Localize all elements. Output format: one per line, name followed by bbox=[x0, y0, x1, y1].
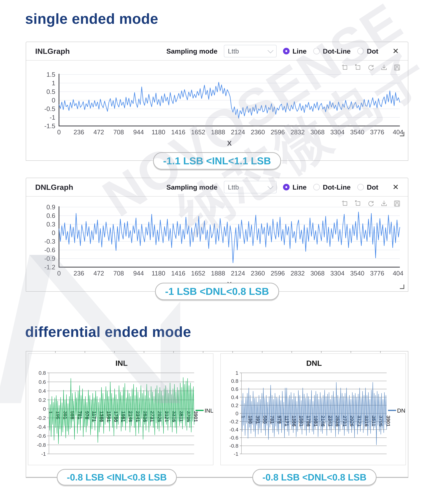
svg-text:1888: 1888 bbox=[211, 270, 225, 277]
svg-text:472: 472 bbox=[93, 128, 104, 136]
chart-toolbar bbox=[341, 64, 401, 71]
svg-text:2124: 2124 bbox=[231, 128, 245, 136]
inl-line-chart: 1.510.50-0.5-1-1.50236472708944118014161… bbox=[28, 71, 403, 151]
box-zoom-icon[interactable] bbox=[341, 200, 349, 207]
svg-text:-0.4: -0.4 bbox=[37, 424, 46, 430]
refresh-icon[interactable] bbox=[367, 64, 375, 71]
radio-unselected-icon bbox=[357, 184, 364, 190]
download-icon[interactable] bbox=[380, 64, 388, 71]
svg-text:0.9: 0.9 bbox=[46, 204, 55, 211]
svg-text:-0.5: -0.5 bbox=[44, 105, 55, 112]
svg-text:1888: 1888 bbox=[211, 128, 225, 136]
svg-text:2360: 2360 bbox=[251, 270, 265, 277]
svg-text:3068: 3068 bbox=[311, 270, 325, 277]
svg-text:3540: 3540 bbox=[350, 128, 364, 136]
inl-excel-chart: INL0.80.60.40.20-0.2-0.4-0.6-0.8-1119639… bbox=[28, 354, 213, 465]
svg-text:3304: 3304 bbox=[330, 270, 345, 277]
close-icon[interactable]: ✕ bbox=[393, 47, 399, 55]
radio-selected-icon bbox=[283, 184, 290, 190]
svg-text:1: 1 bbox=[235, 370, 238, 376]
svg-text:0: 0 bbox=[52, 97, 55, 104]
svg-text:236: 236 bbox=[73, 270, 84, 277]
radio-dot[interactable]: Dot bbox=[357, 47, 378, 55]
inl-spec-badge: -1.1 LSB <INL<1.1 LSB bbox=[153, 152, 281, 170]
refresh-icon[interactable] bbox=[367, 200, 375, 207]
svg-text:-0.9: -0.9 bbox=[44, 255, 55, 262]
svg-text:3776: 3776 bbox=[370, 270, 384, 277]
save-icon[interactable] bbox=[393, 64, 401, 71]
svg-text:-0.4: -0.4 bbox=[229, 427, 238, 432]
inl-excel-chart-box: INL0.80.60.40.20-0.2-0.4-0.6-0.8-1119639… bbox=[28, 353, 213, 465]
svg-text:944: 944 bbox=[133, 270, 144, 277]
resize-handle[interactable] bbox=[400, 285, 404, 289]
svg-text:0: 0 bbox=[52, 229, 55, 236]
svg-text:3540: 3540 bbox=[350, 270, 364, 277]
sampling-mode-label: Sampling mode bbox=[166, 183, 218, 191]
radio-dot-line[interactable]: Dot-Line bbox=[313, 183, 351, 191]
differential-ended-heading: differential ended mode bbox=[25, 324, 191, 340]
svg-text:-0.2: -0.2 bbox=[229, 419, 238, 424]
plot-style-radio-group: Line Dot-Line Dot bbox=[283, 47, 378, 55]
svg-text:1180: 1180 bbox=[152, 270, 165, 277]
panel-title: INLGraph bbox=[35, 47, 70, 55]
radio-dot[interactable]: Dot bbox=[357, 183, 378, 191]
svg-text:0.2: 0.2 bbox=[39, 397, 46, 403]
radio-unselected-icon bbox=[313, 184, 320, 190]
svg-text:-0.8: -0.8 bbox=[229, 443, 238, 449]
svg-text:708: 708 bbox=[113, 270, 124, 277]
radio-line-label: Line bbox=[293, 183, 307, 191]
chart-toolbar bbox=[341, 200, 401, 207]
ruler-ticks bbox=[26, 351, 408, 353]
plot-style-radio-group: Line Dot-Line Dot bbox=[283, 183, 378, 191]
svg-text:0: 0 bbox=[43, 406, 46, 412]
radio-unselected-icon bbox=[313, 48, 320, 54]
dnl-chart-area: 0.90.60.30-0.3-0.6-0.9-1.202364727089441… bbox=[26, 197, 408, 292]
svg-text:0.6: 0.6 bbox=[231, 386, 238, 392]
radio-unselected-icon bbox=[357, 48, 364, 54]
svg-text:1652: 1652 bbox=[191, 270, 205, 277]
svg-text:-0.6: -0.6 bbox=[37, 433, 46, 439]
zoom-back-icon[interactable] bbox=[354, 200, 362, 207]
svg-text:1: 1 bbox=[52, 80, 55, 87]
svg-text:0.8: 0.8 bbox=[39, 370, 46, 376]
svg-text:-0.3: -0.3 bbox=[44, 238, 55, 245]
svg-text:236: 236 bbox=[73, 128, 84, 136]
svg-text:-1: -1 bbox=[50, 114, 55, 121]
box-zoom-icon[interactable] bbox=[341, 64, 349, 71]
dnl-excel-chart-box: DNL10.80.60.40.20-0.2-0.4-0.6-0.8-111963… bbox=[220, 353, 406, 465]
svg-text:3304: 3304 bbox=[330, 128, 345, 136]
svg-text:2832: 2832 bbox=[291, 270, 305, 277]
save-icon[interactable] bbox=[393, 200, 401, 207]
svg-text:-0.6: -0.6 bbox=[44, 246, 55, 253]
radio-line[interactable]: Line bbox=[283, 47, 307, 55]
svg-text:-0.8: -0.8 bbox=[37, 442, 46, 448]
radio-dot-label: Dot bbox=[367, 47, 378, 55]
sampling-mode-select[interactable]: Lttb bbox=[224, 181, 277, 193]
svg-text:4045: 4045 bbox=[393, 270, 403, 277]
svg-text:-1.5: -1.5 bbox=[44, 122, 55, 129]
svg-text:0.6: 0.6 bbox=[46, 212, 55, 219]
svg-text:2360: 2360 bbox=[251, 128, 265, 136]
dnl-panel-header: DNLGraph Sampling mode Lttb Line Dot-Lin… bbox=[26, 178, 408, 197]
svg-text:0.3: 0.3 bbox=[46, 221, 55, 228]
svg-text:472: 472 bbox=[93, 270, 104, 277]
zoom-back-icon[interactable] bbox=[354, 64, 362, 71]
inl-graph-panel: INLGraph Sampling mode Lttb Line Dot-Lin… bbox=[26, 42, 408, 161]
radio-dot-line-label: Dot-Line bbox=[323, 183, 351, 191]
radio-line[interactable]: Line bbox=[283, 183, 307, 191]
close-icon[interactable]: ✕ bbox=[393, 183, 399, 191]
radio-dot-line-label: Dot-Line bbox=[323, 47, 351, 55]
download-icon[interactable] bbox=[380, 200, 388, 207]
single-ended-heading: single ended mode bbox=[25, 10, 158, 27]
dnl-line-chart: 0.90.60.30-0.3-0.6-0.9-1.202364727089441… bbox=[28, 203, 403, 292]
dnl-spec-badge: -1 LSB <DNL<0.8 LSB bbox=[155, 283, 279, 300]
radio-dot-line[interactable]: Dot-Line bbox=[313, 47, 351, 55]
svg-text:INL: INL bbox=[115, 359, 128, 367]
svg-text:1: 1 bbox=[240, 415, 246, 418]
inl-panel-header: INLGraph Sampling mode Lttb Line Dot-Lin… bbox=[26, 42, 408, 61]
sampling-mode-label: Sampling mode bbox=[166, 47, 218, 55]
sampling-mode-select[interactable]: Lttb bbox=[224, 45, 277, 57]
radio-line-label: Line bbox=[293, 47, 307, 55]
sampling-mode-value: Lttb bbox=[228, 47, 268, 55]
resize-handle[interactable] bbox=[400, 132, 404, 136]
